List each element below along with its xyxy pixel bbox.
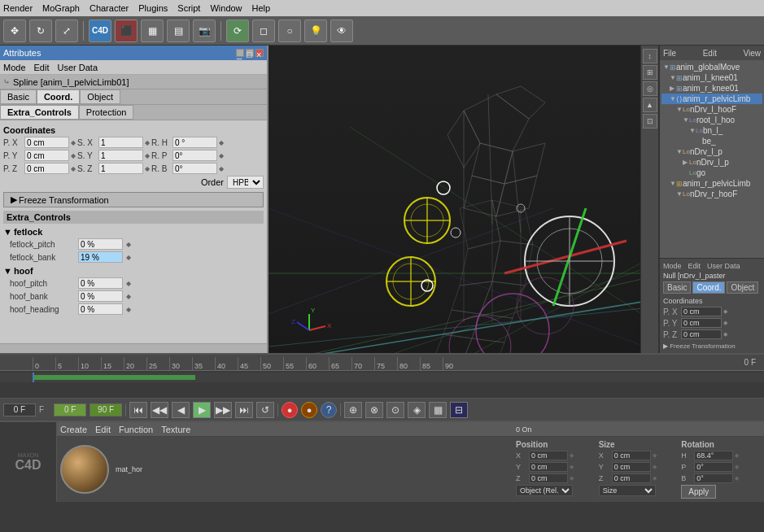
transport-current-frame[interactable] <box>3 403 36 416</box>
rot-h-input[interactable] <box>694 451 733 460</box>
input-sy[interactable] <box>98 150 143 161</box>
menu-mograph[interactable]: MoGraph <box>42 3 80 13</box>
transport-grid-btn[interactable]: ▦ <box>429 402 447 418</box>
tree-item-bn[interactable]: ▼ Lo bn_l_ <box>661 125 762 136</box>
tl-playhead[interactable] <box>33 373 34 382</box>
pos-x-input[interactable] <box>529 451 568 460</box>
menu-character[interactable]: Character <box>89 3 129 13</box>
mat-menu-texture[interactable]: Texture <box>161 425 190 434</box>
transport-help-btn[interactable]: ? <box>321 402 337 418</box>
input-pz[interactable] <box>24 163 69 174</box>
rot-p-input[interactable] <box>694 462 733 472</box>
attr-menu-userdata[interactable]: User Data <box>58 63 98 72</box>
toolbar-c4d-btn[interactable]: C4D <box>89 20 111 42</box>
menu-help[interactable]: Help <box>252 3 271 13</box>
input-sx[interactable] <box>98 137 143 148</box>
side-tool-3[interactable]: ◎ <box>643 81 657 96</box>
hoof-title[interactable]: ▼ hoof <box>3 266 264 276</box>
rb-input-px[interactable] <box>681 307 722 316</box>
input-rh[interactable] <box>172 137 217 148</box>
rb-menu-mode[interactable]: Mode <box>663 262 682 270</box>
size-x-input[interactable] <box>612 451 651 460</box>
tree-item-ndrv-lp[interactable]: ▼ Lo nDrv_l_p <box>661 146 762 157</box>
menu-plugins[interactable]: Plugins <box>138 3 168 13</box>
tree-item-go[interactable]: Lo go <box>661 168 762 178</box>
rb-menu-userdata[interactable]: User Data <box>707 262 740 270</box>
tree-item-pelviclimb[interactable]: ▼ ⟨⟩ anim_r_pelvicLimb <box>661 94 762 104</box>
side-tool-4[interactable]: ▲ <box>643 98 657 112</box>
input-py[interactable] <box>24 150 69 161</box>
tree-item-anim-r[interactable]: ▼ ⊞ anim_r_pelvicLimb <box>661 178 762 189</box>
transport-end-frame[interactable] <box>89 403 122 416</box>
side-tool-5[interactable]: ⊡ <box>643 114 657 129</box>
scene-menu-edit[interactable]: Edit <box>703 49 717 58</box>
toolbar-render2-btn[interactable]: ▦ <box>141 20 164 42</box>
apply-button[interactable]: Apply <box>681 485 716 499</box>
mat-menu-edit[interactable]: Edit <box>95 425 111 434</box>
tree-item-knee02[interactable]: ▶ ⊞ anim_r_knee01 <box>661 83 762 94</box>
menu-script[interactable]: Script <box>177 3 200 13</box>
toolbar-anim-btn[interactable]: ⟳ <box>226 20 249 42</box>
transport-record3-btn[interactable]: ⊟ <box>450 402 468 418</box>
rot-b-input[interactable] <box>694 473 733 483</box>
timeline-track[interactable] <box>0 373 764 382</box>
rb-menu-edit[interactable]: Edit <box>688 262 701 270</box>
rb-tab-coord[interactable]: Coord. <box>692 281 725 294</box>
tree-item-global[interactable]: ▼ ⊞ anim_globalMove <box>661 62 762 72</box>
side-tool-1[interactable]: ↕ <box>643 49 657 63</box>
scene-menu-view[interactable]: View <box>743 49 761 58</box>
pos-y-input[interactable] <box>529 462 568 472</box>
transport-key2-btn[interactable]: ⊗ <box>365 402 383 418</box>
transport-jump-start-btn[interactable]: ⏮ <box>129 402 147 418</box>
fetlock-title[interactable]: ▼ fetlock <box>3 227 264 237</box>
attr-minimize-btn[interactable]: _ <box>236 49 244 57</box>
transport-next-frame-btn[interactable]: ▶▶ <box>214 402 232 418</box>
menu-window[interactable]: Window <box>210 3 242 13</box>
rb-tab-object[interactable]: Object <box>727 281 758 294</box>
menu-render[interactable]: Render <box>3 3 33 13</box>
attr-menu-edit[interactable]: Edit <box>34 63 50 72</box>
fetlock-pitch-input[interactable] <box>78 238 123 250</box>
toolbar-sphere-btn[interactable]: ○ <box>278 20 301 42</box>
input-rb[interactable] <box>172 163 217 174</box>
toolbar-rotate-btn[interactable]: ↻ <box>29 20 52 42</box>
tab-extra-controls[interactable]: Extra_Controls <box>0 105 79 120</box>
tab-object[interactable]: Object <box>80 89 120 104</box>
tree-item-knee01[interactable]: ▼ ⊞ anim_l_knee01 <box>661 72 762 83</box>
freeze-transform-btn[interactable]: ▶ Freeze Transformation <box>3 192 264 207</box>
toolbar-camera-btn[interactable]: 📷 <box>193 20 216 42</box>
coord-system-select[interactable]: Object (Rel.) <box>516 485 573 496</box>
tab-protection[interactable]: Protection <box>79 105 134 120</box>
input-px[interactable] <box>24 137 69 148</box>
tree-item-ndrv-hoof[interactable]: ▼ Lo nDrv_l_hooF <box>661 104 762 115</box>
attr-close-btn[interactable]: × <box>255 49 264 57</box>
transport-next-key-btn[interactable]: ⏭ <box>235 402 253 418</box>
rb-tab-basic[interactable]: Basic <box>663 281 691 294</box>
transport-record-btn[interactable]: ● <box>282 402 298 418</box>
tree-item-root[interactable]: ▼ Lo root_l_hoo <box>661 115 762 125</box>
transport-loop-btn[interactable]: ↺ <box>256 402 274 418</box>
transport-key4-btn[interactable]: ◈ <box>408 402 426 418</box>
size-y-input[interactable] <box>612 462 651 472</box>
size-dropdown[interactable]: Size <box>599 485 656 496</box>
scene-menu-file[interactable]: File <box>663 49 676 58</box>
tab-coord[interactable]: Coord. <box>37 89 80 104</box>
tree-item-ndrv-lp2[interactable]: ▶ Lo nDrv_l_p <box>661 157 762 168</box>
tree-item-be[interactable]: be_ <box>661 136 762 146</box>
hoof-bank-input[interactable] <box>78 290 123 302</box>
transport-key3-btn[interactable]: ⊙ <box>386 402 404 418</box>
attr-menu-mode[interactable]: Mode <box>3 63 26 72</box>
transport-start-frame[interactable] <box>54 403 86 416</box>
attr-scrollbar[interactable] <box>0 343 267 353</box>
size-z-input[interactable] <box>612 473 651 483</box>
rb-input-pz[interactable] <box>681 329 722 339</box>
input-sz[interactable] <box>98 163 143 174</box>
transport-play-btn[interactable]: ▶ <box>193 402 211 418</box>
toolbar-scale-btn[interactable]: ⤢ <box>55 20 78 42</box>
rb-freeze-btn[interactable]: ▶ Freeze Transformation <box>663 341 761 350</box>
order-select[interactable]: HPB <box>227 176 264 189</box>
mat-menu-create[interactable]: Create <box>60 425 87 434</box>
tab-basic[interactable]: Basic <box>0 89 37 104</box>
toolbar-cube-btn[interactable]: ◻ <box>252 20 275 42</box>
fetlock-bank-input[interactable] <box>78 251 123 263</box>
